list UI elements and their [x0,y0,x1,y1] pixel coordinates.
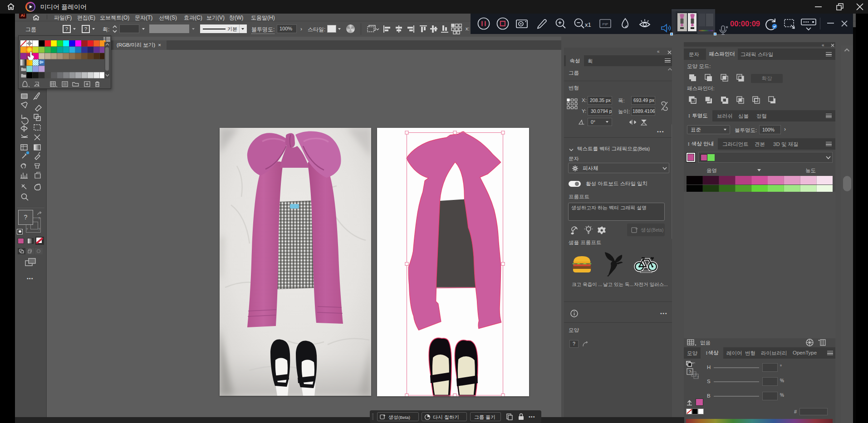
svg-text:PIP: PIP [603,22,608,26]
svg-text:?: ? [695,373,696,376]
svg-text:?: ? [697,375,699,379]
svg-text:?: ? [689,370,691,374]
